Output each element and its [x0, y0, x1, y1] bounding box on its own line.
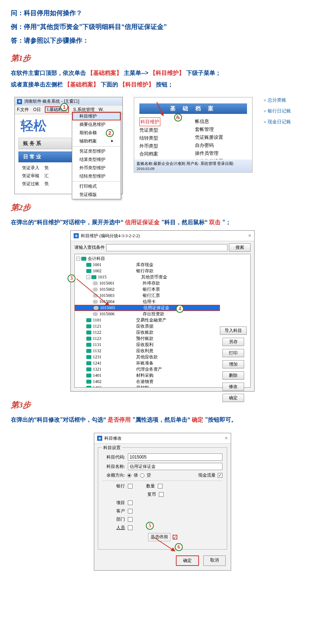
- sidebar-operator[interactable]: 操作员管理: [195, 149, 247, 157]
- opt-dept-checkbox[interactable]: [128, 517, 133, 522]
- opt-person-checkbox[interactable]: [128, 525, 133, 530]
- link-bank-journal[interactable]: 银行日记账: [268, 108, 291, 114]
- cancel-button[interactable]: 取消: [203, 555, 226, 566]
- account-tree[interactable]: −会计科目1001库存现金1002银行存款-1015其他货币资金1015001外…: [75, 254, 220, 387]
- step1-text-d: 【科目维护】: [150, 70, 185, 76]
- tree-row[interactable]: 1132应收利息: [75, 348, 220, 354]
- tree-row[interactable]: 1401材料采购: [75, 372, 220, 379]
- ok-button[interactable]: 确定: [176, 555, 199, 566]
- link-cash-journal[interactable]: 现金日记账: [268, 119, 291, 124]
- tree-row[interactable]: 1015002银行本票: [75, 286, 220, 293]
- dd-settle-type[interactable]: 结算类型维护: [72, 155, 121, 164]
- panel-item-entry[interactable]: 凭证录入: [22, 164, 39, 172]
- step3-text-d: 确定: [192, 417, 203, 423]
- step1-text2-d: 【科目维护】: [120, 81, 154, 88]
- badge-amp: &: [174, 114, 182, 121]
- opt-cur-checkbox[interactable]: [159, 492, 164, 497]
- sidebar-carry-type[interactable]: 结转类型: [139, 134, 191, 142]
- opt-bank-checkbox[interactable]: [128, 484, 133, 489]
- radio-debit[interactable]: [127, 473, 131, 478]
- opt-person-label: 人员: [103, 525, 125, 531]
- dd-aux-archive[interactable]: 辅助档案 ▸: [72, 137, 121, 145]
- dialog-button-column: 导入科目 另存 打印 增加 删除 修改 确定: [220, 254, 250, 387]
- sidebar-voucher-type[interactable]: 凭证类型: [139, 126, 191, 134]
- dd-currency-type[interactable]: 外币类型维护: [72, 164, 121, 172]
- opt-project-checkbox[interactable]: [128, 500, 133, 505]
- bullet-icon: »: [264, 119, 266, 124]
- sidebar-header-basic-archive: 基 础 档 案: [139, 103, 247, 114]
- step2-instruction: 在弹出的“科目维护”对话框中，展开并选中“ 信用证保证金 ”科目，然后鼠标“ 双…: [11, 217, 314, 228]
- step1-text2-a: 或者直接单击左侧栏: [11, 81, 63, 88]
- radio-debit-label: 借: [134, 472, 138, 478]
- step2-text-b: 信用证保证金: [125, 219, 160, 225]
- btn-delete[interactable]: 删除: [222, 371, 244, 380]
- opt-qty-checkbox[interactable]: [158, 484, 162, 489]
- dialog-icon: ✳: [74, 233, 79, 238]
- panel-item-post[interactable]: 凭证过账: [22, 180, 39, 188]
- tree-row[interactable]: 1131应收股利: [75, 342, 220, 348]
- tree-row[interactable]: 1321代理业务资产: [75, 366, 220, 372]
- disable-checkbox[interactable]: ✓: [173, 535, 177, 539]
- sidebar-password[interactable]: 自办密码: [195, 141, 247, 149]
- panel-col2-2: 凭: [44, 180, 49, 188]
- sidebar-currency[interactable]: 外币类型: [139, 142, 191, 150]
- disable-label: 是否停用: [148, 533, 170, 541]
- close-icon[interactable]: ×: [225, 435, 228, 442]
- sidebar-contract[interactable]: 合同档案: [139, 150, 191, 158]
- link-general-ledger[interactable]: 总分类账: [268, 97, 286, 103]
- code-input[interactable]: [128, 453, 222, 461]
- tree-row[interactable]: 1403原材料: [75, 385, 220, 387]
- tree-row[interactable]: 1002银行存款: [75, 268, 220, 274]
- tree-row[interactable]: 1015001外埠存款: [75, 280, 220, 286]
- btn-add[interactable]: 增加: [222, 360, 244, 368]
- close-icon[interactable]: ×: [248, 233, 251, 239]
- dd-summary-maint[interactable]: 摘要信息维护: [72, 120, 121, 129]
- tree-row[interactable]: 1001库存现金: [75, 262, 220, 268]
- sidebar-voucher-set[interactable]: 凭证账册设置: [195, 133, 247, 141]
- sidebar-book-mgmt[interactable]: 套帐管理: [195, 125, 247, 133]
- main-window-screenshot: ✳ 润衡软件·账务系统 - [主窗口] F.文件 O日 I.基础档案 S.系统管…: [14, 97, 123, 194]
- search-button[interactable]: 搜索: [229, 243, 251, 252]
- menu-file[interactable]: F.文件: [17, 107, 29, 112]
- btn-ok[interactable]: 确定: [222, 394, 244, 402]
- menu-w[interactable]: W.: [99, 107, 104, 112]
- menu-system[interactable]: S.系统管理: [73, 107, 94, 112]
- btn-import[interactable]: 导入科目: [220, 327, 247, 335]
- tree-row[interactable]: 1015004信用卡: [75, 299, 220, 305]
- radio-credit[interactable]: [140, 473, 144, 478]
- sidebar-acct-info[interactable]: 帐信息: [195, 118, 247, 125]
- cashflow-checkbox[interactable]: ✓: [218, 473, 222, 478]
- step2-text-a: 在弹出的“科目维护”对话框中，展开并选中“: [11, 219, 124, 225]
- dd-account-maint[interactable]: 科目维护: [72, 112, 121, 120]
- tree-row[interactable]: 1402在途物资: [75, 379, 220, 385]
- search-input[interactable]: [106, 244, 228, 251]
- dd-voucher-type[interactable]: 凭证类型维护: [72, 147, 121, 155]
- tree-row[interactable]: 1015003银行汇票: [75, 293, 220, 299]
- menu-o[interactable]: O日: [33, 107, 41, 112]
- step1-text2-c: 下面的: [101, 81, 118, 88]
- tree-row[interactable]: 1241坏账准备: [75, 360, 220, 366]
- step3-text-b: 是否停用: [108, 417, 131, 423]
- btn-print[interactable]: 打印: [222, 349, 244, 357]
- tree-row[interactable]: 1015006存出投资款: [75, 311, 220, 317]
- name-input[interactable]: [128, 463, 222, 470]
- tree-row[interactable]: -1015其他货币资金: [75, 274, 220, 280]
- dd-voucher-tpl[interactable]: 凭证模版: [72, 191, 121, 199]
- tree-row[interactable]: 1101交易性金融资产: [75, 317, 220, 323]
- tree-row[interactable]: 1231其他应收款: [75, 354, 220, 360]
- opt-customer-checkbox[interactable]: [128, 509, 133, 513]
- tree-root[interactable]: 会计科目: [88, 256, 105, 262]
- sidebar-account-maint[interactable]: 科目维护: [139, 118, 160, 126]
- dd-carry-type[interactable]: 结转类型维护: [72, 172, 121, 180]
- titlebar: ✳ 润衡软件·账务系统 - [主窗口]: [15, 97, 122, 106]
- account-settings-fieldset: 科目设置 科目代码: 科目名称: 余额方向: 借 贷 现金流量 ✓ 银行 数量: [98, 447, 227, 550]
- btn-modify[interactable]: 修改: [222, 383, 244, 391]
- sidebar-screenshot: 基 础 档 案 科目维护 凭证类型 结转类型 外币类型 合同档案 辅助档案 期初…: [134, 97, 253, 173]
- tree-row[interactable]: 1121应收票据: [75, 323, 220, 329]
- tree-row[interactable]: 1123预付账款: [75, 336, 220, 342]
- btn-saveas[interactable]: 另存: [222, 338, 244, 346]
- dd-print-format[interactable]: 打印格式: [72, 182, 121, 191]
- tree-row[interactable]: 1122应收账款: [75, 329, 220, 336]
- panel-item-audit[interactable]: 凭证审核: [22, 172, 39, 180]
- tree-row[interactable]: 1015005信用证保证金: [75, 305, 220, 311]
